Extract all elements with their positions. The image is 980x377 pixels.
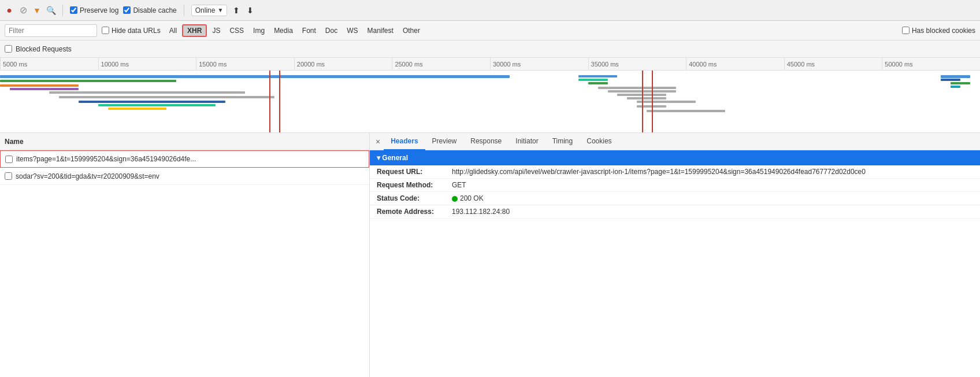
stop-button[interactable]: ⊘	[18, 6, 28, 15]
request-item-name: items?page=1&t=1599995204&sign=36a451949…	[16, 155, 364, 163]
waterfall-bar	[49, 91, 245, 94]
hide-data-urls-checkbox[interactable]	[102, 27, 109, 34]
filter-type-font[interactable]: Font	[298, 25, 320, 36]
timeline-tick: 45000 ms	[784, 58, 882, 70]
detail-row: Remote Address:193.112.182.24:80	[370, 205, 980, 219]
timeline-tick: 50000 ms	[882, 58, 980, 70]
waterfall-bar	[598, 87, 677, 89]
general-section-header: ▾ General	[370, 150, 980, 165]
details-tabs: × HeadersPreviewResponseInitiatorTimingC…	[370, 133, 980, 150]
detail-tabs-container: HeadersPreviewResponseInitiatorTimingCoo…	[384, 133, 618, 150]
request-item-name: sodar?sv=200&tid=gda&tv=r20200909&st=env	[16, 172, 365, 180]
waterfall-bar	[941, 79, 960, 81]
search-icon[interactable]: 🔍	[46, 6, 55, 15]
detail-row-value: http://glidedsky.com/api/level/web/crawl…	[452, 168, 973, 176]
waterfall-bar	[0, 80, 176, 82]
waterfall-bar	[578, 75, 618, 77]
devtools-toolbar: ● ⊘ ▼ 🔍 Preserve log Disable cache Onlin…	[0, 0, 980, 21]
filter-type-css[interactable]: CSS	[225, 25, 248, 36]
toolbar-separator-2	[184, 5, 184, 16]
request-list-item[interactable]: sodar?sv=200&tid=gda&tv=r20200909&st=env	[0, 168, 369, 185]
timeline-red-line	[269, 71, 270, 133]
detail-row-value: 193.112.182.24:80	[452, 208, 973, 216]
preserve-log-checkbox[interactable]	[70, 6, 77, 14]
timeline-tick: 5000 ms	[0, 58, 98, 70]
detail-row-key: Request Method:	[377, 181, 452, 189]
filter-type-js[interactable]: JS	[208, 25, 224, 36]
timeline-red-line	[642, 71, 643, 133]
request-list-item[interactable]: items?page=1&t=1599995204&sign=36a451949…	[0, 150, 369, 168]
disable-cache-group: Disable cache	[123, 6, 176, 14]
timeline-tick: 25000 ms	[392, 58, 490, 70]
timeline-section: 5000 ms10000 ms15000 ms20000 ms25000 ms3…	[0, 58, 980, 133]
hide-data-urls-group: Hide data URLs	[102, 27, 161, 35]
waterfall-bar	[578, 79, 608, 81]
has-blocked-cookies-group: Has blocked cookies	[902, 27, 975, 35]
request-item-checkbox[interactable]	[5, 156, 13, 163]
timeline-tick: 40000 ms	[686, 58, 784, 70]
details-content: ▾ General Request URL:http://glidedsky.c…	[370, 150, 980, 377]
toolbar-separator-1	[62, 5, 63, 16]
status-dot-green	[452, 196, 458, 202]
filter-type-doc[interactable]: Doc	[321, 25, 341, 36]
disable-cache-label: Disable cache	[133, 6, 176, 14]
details-tab-cookies[interactable]: Cookies	[580, 133, 618, 150]
detail-row-key: Status Code:	[377, 194, 452, 202]
disable-cache-checkbox[interactable]	[123, 6, 131, 14]
download-icon[interactable]: ⬇	[246, 6, 255, 15]
filter-type-xhr[interactable]: XHR	[182, 24, 207, 37]
details-panel: × HeadersPreviewResponseInitiatorTimingC…	[370, 133, 980, 377]
blocked-requests-checkbox[interactable]	[5, 45, 12, 53]
detail-row-value: GET	[452, 181, 973, 189]
close-details-button[interactable]: ×	[372, 136, 384, 147]
timeline-tick: 10000 ms	[98, 58, 196, 70]
waterfall-bar	[627, 97, 666, 99]
filter-type-manifest[interactable]: Manifest	[363, 25, 398, 36]
request-item-checkbox[interactable]	[5, 172, 12, 180]
waterfall-bar	[951, 86, 960, 88]
requests-list: items?page=1&t=1599995204&sign=36a451949…	[0, 150, 369, 377]
filter-type-ws[interactable]: WS	[343, 25, 362, 36]
chevron-down-icon: ▼	[217, 7, 223, 13]
has-blocked-cookies-checkbox[interactable]	[902, 27, 910, 34]
record-button[interactable]: ●	[5, 6, 14, 15]
details-tab-headers[interactable]: Headers	[384, 133, 425, 150]
detail-rows-container: Request URL:http://glidedsky.com/api/lev…	[370, 165, 980, 219]
filter-type-buttons: AllXHRJSCSSImgMediaFontDocWSManifestOthe…	[165, 24, 424, 37]
general-section-title: ▾ General	[377, 154, 408, 162]
filter-type-img[interactable]: Img	[249, 25, 269, 36]
details-tab-timing[interactable]: Timing	[545, 133, 580, 150]
waterfall-bar	[98, 104, 216, 106]
details-tab-response[interactable]: Response	[463, 133, 508, 150]
network-throttle-select[interactable]: Online ▼	[191, 5, 228, 16]
requests-panel: Name items?page=1&t=1599995204&sign=36a4…	[0, 133, 370, 377]
filter-type-other[interactable]: Other	[399, 25, 424, 36]
filter-type-all[interactable]: All	[165, 25, 181, 36]
timeline-tick: 20000 ms	[294, 58, 392, 70]
hide-data-urls-label: Hide data URLs	[112, 27, 161, 35]
details-tab-preview[interactable]: Preview	[425, 133, 464, 150]
filter-icon[interactable]: ▼	[32, 6, 42, 15]
blocked-requests-label: Blocked Requests	[16, 45, 72, 53]
requests-header: Name	[0, 133, 369, 150]
timeline-tick: 30000 ms	[490, 58, 588, 70]
timeline-tick: 15000 ms	[196, 58, 294, 70]
waterfall-bar	[647, 110, 725, 112]
waterfall-bar	[59, 96, 274, 98]
timeline-ruler: 5000 ms10000 ms15000 ms20000 ms25000 ms3…	[0, 58, 980, 71]
detail-row: Request Method:GET	[370, 179, 980, 192]
waterfall-bar	[79, 101, 225, 103]
timeline-canvas-inner	[0, 71, 980, 133]
detail-row-value: 200 OK	[452, 194, 973, 202]
waterfall-bar	[941, 75, 970, 78]
filter-type-media[interactable]: Media	[270, 25, 297, 36]
details-tab-initiator[interactable]: Initiator	[508, 133, 545, 150]
filter-input[interactable]	[5, 24, 97, 37]
detail-row: Request URL:http://glidedsky.com/api/lev…	[370, 165, 980, 179]
upload-icon[interactable]: ⬆	[232, 6, 241, 15]
has-blocked-cookies-label: Has blocked cookies	[912, 27, 975, 35]
detail-row: Status Code:200 OK	[370, 192, 980, 205]
detail-row-key: Remote Address:	[377, 208, 452, 216]
waterfall-bar	[588, 82, 608, 84]
waterfall-bar	[0, 84, 79, 87]
